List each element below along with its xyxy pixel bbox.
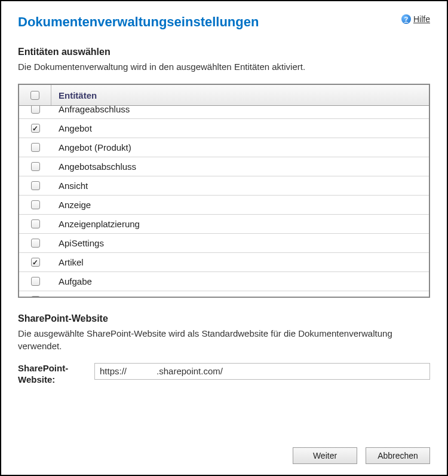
row-check-cell: [19, 119, 51, 138]
entities-title: Entitäten auswählen: [18, 47, 430, 57]
row-entity-label: Angebot (Produkt): [51, 142, 429, 152]
table-row[interactable]: Aufgabe: [19, 272, 429, 291]
row-checkbox[interactable]: [31, 181, 40, 190]
row-checkbox[interactable]: [31, 162, 40, 171]
row-entity-label: Angebot: [51, 123, 429, 133]
footer: Weiter Abbrechen: [18, 441, 430, 464]
row-check-cell: [19, 138, 51, 157]
row-check-cell: [19, 234, 51, 252]
help-label: Hilfe: [413, 14, 430, 24]
row-checkbox[interactable]: [31, 124, 40, 133]
grid-header: Entitäten: [19, 85, 429, 106]
row-checkbox[interactable]: [31, 277, 40, 286]
row-check-cell: [19, 106, 51, 118]
table-row[interactable]: Anfrageabschluss: [19, 106, 429, 119]
row-entity-label: Ansicht: [51, 181, 429, 191]
table-row[interactable]: Auftragsabschluss: [19, 291, 429, 297]
row-check-cell: [19, 157, 51, 176]
help-icon: ?: [401, 14, 411, 24]
sharepoint-url-label: SharePoint-Website:: [18, 363, 84, 386]
row-checkbox[interactable]: [31, 239, 40, 248]
row-check-cell: [19, 215, 51, 233]
sharepoint-url-input[interactable]: [94, 363, 430, 380]
help-link[interactable]: ? Hilfe: [401, 14, 430, 24]
entities-grid: Entitäten AnfrageabschlussAngebotAngebot…: [18, 84, 430, 298]
row-checkbox[interactable]: [31, 258, 40, 267]
entities-section: Entitäten auswählen Die Dokumentenverwal…: [18, 47, 430, 313]
row-check-cell: [19, 253, 51, 271]
select-all-cell: [19, 85, 51, 105]
table-row[interactable]: Angebotsabschluss: [19, 157, 429, 176]
row-entity-label: Aufgabe: [51, 276, 429, 286]
row-checkbox[interactable]: [31, 200, 40, 209]
table-row[interactable]: Angebot: [19, 119, 429, 138]
row-checkbox[interactable]: [31, 219, 40, 228]
row-check-cell: [19, 291, 51, 297]
entities-desc: Die Dokumentenverwaltung wird in den aus…: [18, 61, 430, 73]
table-row[interactable]: ApiSettings: [19, 234, 429, 253]
table-row[interactable]: Angebot (Produkt): [19, 138, 429, 157]
page-title: Dokumentenverwaltungseinstellungen: [18, 14, 259, 30]
row-entity-label: Auftragsabschluss: [51, 295, 429, 297]
row-entity-label: Angebotsabschluss: [51, 161, 429, 172]
table-row[interactable]: Anzeigenplatzierung: [19, 215, 429, 234]
row-checkbox[interactable]: [31, 296, 40, 297]
row-check-cell: [19, 272, 51, 291]
next-button[interactable]: Weiter: [293, 447, 357, 464]
row-checkbox[interactable]: [31, 143, 40, 152]
table-row[interactable]: Anzeige: [19, 196, 429, 215]
row-entity-label: ApiSettings: [51, 238, 429, 248]
row-entity-label: Anzeige: [51, 200, 429, 210]
row-checkbox[interactable]: [31, 106, 40, 114]
row-entity-label: Artikel: [51, 257, 429, 267]
sharepoint-url-row: SharePoint-Website:: [18, 363, 430, 386]
row-check-cell: [19, 196, 51, 214]
table-row[interactable]: Artikel: [19, 253, 429, 272]
row-check-cell: [19, 176, 51, 195]
column-header-entities[interactable]: Entitäten: [51, 85, 429, 105]
sharepoint-title: SharePoint-Website: [18, 313, 430, 324]
sharepoint-section: SharePoint-Website Die ausgewählte Share…: [18, 313, 430, 385]
sharepoint-desc: Die ausgewählte SharePoint-Website wird …: [18, 328, 430, 352]
row-entity-label: Anfrageabschluss: [51, 106, 429, 114]
table-row[interactable]: Ansicht: [19, 176, 429, 196]
cancel-button[interactable]: Abbrechen: [366, 447, 430, 464]
grid-body[interactable]: AnfrageabschlussAngebotAngebot (Produkt)…: [19, 106, 429, 297]
select-all-checkbox[interactable]: [30, 91, 39, 100]
row-entity-label: Anzeigenplatzierung: [51, 219, 429, 229]
